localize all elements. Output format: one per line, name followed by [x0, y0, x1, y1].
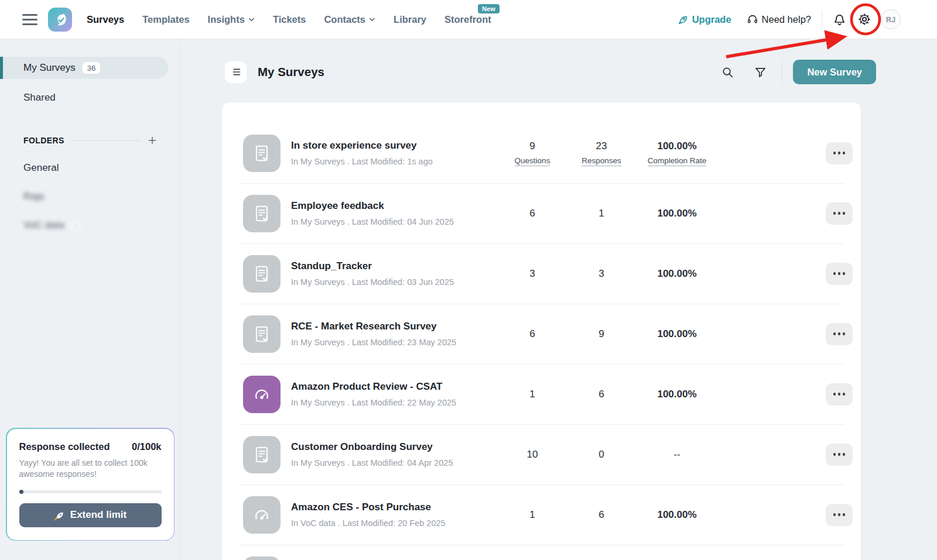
row-options-button[interactable] [826, 142, 853, 164]
gauge-survey-icon [252, 385, 271, 404]
nav-item-label: Contacts [324, 14, 365, 25]
responses-count: 1 [567, 208, 636, 219]
nav-item-surveys[interactable]: Surveys [87, 14, 124, 25]
sidebar-folder-voc-data[interactable]: VoC data 1 [0, 219, 179, 231]
survey-meta: In My Surveys . Last Modified: 23 May 20… [291, 338, 498, 347]
row-options-button[interactable] [826, 444, 853, 466]
survey-row[interactable]: Customer Onboarding Survey In My Surveys… [222, 424, 861, 485]
usage-progress-bar [19, 490, 162, 493]
sidebar-item-shared[interactable]: Shared [0, 88, 179, 108]
usage-count: 0/100k [132, 441, 161, 452]
responses-stat: 9 [567, 328, 636, 340]
completion-rate-value: -- [636, 449, 718, 461]
survey-title: Amazon Product Review - CSAT [291, 381, 498, 393]
questions-stat: 9 Questions [498, 140, 567, 166]
my-surveys-count-badge: 36 [82, 61, 101, 74]
survey-row[interactable]: Amazon Product Review - CSAT In My Surve… [222, 364, 861, 424]
completion-stat: 100.00% Completion Rate [636, 140, 718, 166]
nav-item-label: Templates [142, 14, 189, 25]
nav-item-library[interactable]: Library [394, 14, 426, 25]
nav-item-label: Surveys [87, 14, 124, 25]
settings-gear-button[interactable] [857, 12, 872, 27]
nav-item-label: Storefront [444, 14, 491, 25]
survey-meta: In VoC data . Last Modified: 20 Feb 2025 [291, 518, 498, 528]
responses-stat: 1 [567, 208, 636, 219]
gear-icon [857, 12, 871, 26]
notifications-bell-button[interactable] [832, 12, 847, 27]
survey-row[interactable]: Standup_Tracker In My Surveys . Last Mod… [222, 243, 861, 304]
survey-meta: In My Surveys . Last Modified: 03 Jun 20… [291, 277, 498, 287]
survey-meta: In My Surveys . Last Modified: 1s ago [291, 157, 498, 166]
filter-funnel-icon [754, 66, 767, 79]
filter-button[interactable] [753, 64, 768, 80]
folders-list: General Raja VoC data 1 [0, 162, 179, 231]
sidebar-item-my-surveys[interactable]: My Surveys 36 [0, 57, 168, 79]
chevron-down-icon [369, 16, 375, 23]
survey-row[interactable]: In store experience survey In My Surveys… [222, 123, 861, 183]
ellipsis-icon [833, 152, 836, 154]
questions-count: 10 [498, 449, 567, 461]
survey-row[interactable]: Amazon CES - Post Purchase In VoC data .… [222, 485, 861, 545]
document-survey-icon [253, 445, 271, 464]
survey-row[interactable]: RCE - Market Research Survey In My Surve… [222, 304, 861, 364]
responses-count: 23 [567, 140, 636, 152]
add-folder-button[interactable] [148, 136, 157, 145]
responses-label: Responses [582, 156, 621, 166]
document-survey-icon [253, 204, 271, 223]
folders-title: FOLDERS [23, 136, 64, 145]
sidebar-folder-raja[interactable]: Raja [0, 191, 179, 202]
headset-icon [747, 13, 758, 25]
collapse-list-icon [230, 66, 242, 78]
nav-item-insights[interactable]: Insights [208, 14, 255, 25]
row-options-button[interactable] [826, 202, 853, 225]
collapse-sidebar-button[interactable] [225, 61, 247, 83]
rocket-icon [54, 510, 65, 521]
document-survey-icon [253, 325, 271, 343]
new-survey-button[interactable]: New Survey [793, 60, 876, 84]
shared-label: Shared [23, 92, 56, 104]
hamburger-menu-icon[interactable] [22, 14, 37, 25]
row-options-button[interactable] [826, 263, 853, 285]
user-avatar[interactable]: RJ [881, 9, 901, 29]
nav-item-label: Insights [208, 14, 245, 25]
ellipsis-icon [833, 453, 836, 456]
responses-stat: 6 [567, 389, 636, 400]
usage-card: Response collected 0/100k Yayy! You are … [6, 428, 175, 541]
responses-stat: 23 Responses [567, 140, 636, 166]
row-options-button[interactable] [826, 323, 853, 345]
responses-stat: 0 [567, 449, 636, 461]
nav-item-storefront[interactable]: Storefront New [444, 14, 491, 25]
completion-rate-value: 100.00% [636, 389, 718, 400]
topbar-divider [822, 11, 822, 28]
folder-count-badge: 1 [70, 219, 81, 231]
completion-rate-value: 100.00% [636, 208, 718, 219]
completion-stat: 100.00% [636, 509, 718, 521]
survey-row[interactable]: App Checking - NPS [222, 545, 861, 560]
nav-item-contacts[interactable]: Contacts [324, 14, 375, 25]
nav-item-templates[interactable]: Templates [142, 14, 189, 25]
upgrade-link[interactable]: Upgrade [678, 14, 731, 25]
need-help-link[interactable]: Need help? [747, 13, 811, 25]
responses-stat: 6 [567, 509, 636, 521]
folder-label: VoC data [23, 219, 64, 231]
sidebar-folder-general[interactable]: General [0, 162, 179, 174]
responses-count: 6 [567, 509, 636, 521]
extend-limit-label: Extend limit [70, 509, 126, 521]
extend-limit-button[interactable]: Extend limit [19, 503, 162, 527]
document-survey-icon [253, 264, 271, 283]
search-button[interactable] [720, 64, 735, 80]
row-options-button[interactable] [826, 383, 853, 406]
usage-progress-indicator [19, 490, 23, 494]
survey-title: Amazon CES - Post Purchase [291, 501, 498, 513]
completion-rate-value: 100.00% [636, 328, 718, 340]
app-logo[interactable] [48, 8, 72, 32]
survey-type-icon [243, 135, 281, 172]
questions-stat: 1 [498, 389, 567, 400]
survey-meta: In My Surveys . Last Modified: 22 May 20… [291, 398, 498, 407]
completion-stat: 100.00% [636, 268, 718, 280]
nav-item-tickets[interactable]: Tickets [273, 14, 306, 25]
responses-count: 9 [567, 328, 636, 340]
row-options-button[interactable] [826, 504, 853, 526]
survey-row[interactable]: Employee feedback In My Surveys . Last M… [222, 183, 861, 243]
questions-count: 1 [498, 389, 567, 400]
